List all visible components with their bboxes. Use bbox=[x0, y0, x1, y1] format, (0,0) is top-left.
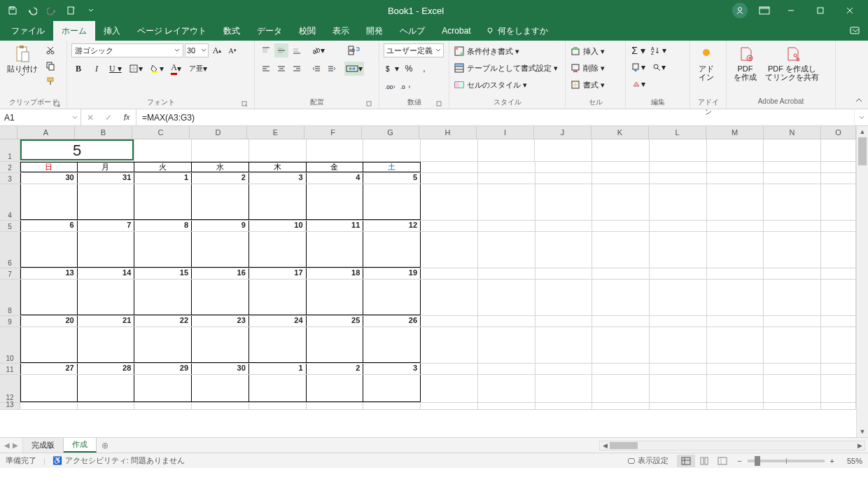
accessibility-icon[interactable]: ♿ bbox=[52, 456, 62, 465]
merge-center-icon[interactable]: ▾ bbox=[344, 62, 364, 76]
shrink-font-icon[interactable]: A▾ bbox=[225, 43, 239, 57]
account-avatar[interactable] bbox=[732, 3, 748, 18]
sheet-tab[interactable]: 作成 bbox=[64, 438, 97, 453]
cell[interactable]: 20 bbox=[20, 316, 78, 326]
cell[interactable] bbox=[536, 232, 593, 268]
hscroll-thumb[interactable] bbox=[610, 442, 638, 449]
formula-input[interactable]: =MAX(A3:G3) bbox=[136, 109, 854, 125]
cell[interactable] bbox=[821, 184, 856, 220]
cell[interactable] bbox=[650, 364, 707, 374]
cell[interactable] bbox=[307, 232, 364, 268]
col-header-E[interactable]: E bbox=[247, 126, 304, 139]
cell[interactable] bbox=[707, 232, 764, 268]
cell[interactable] bbox=[536, 364, 593, 374]
share-icon[interactable] bbox=[850, 21, 861, 41]
cell[interactable]: 27 bbox=[20, 364, 78, 374]
cell[interactable]: 月 bbox=[78, 162, 135, 172]
cell[interactable]: 15 bbox=[134, 268, 192, 279]
cell[interactable] bbox=[536, 173, 593, 184]
cell[interactable] bbox=[478, 232, 536, 268]
cell[interactable] bbox=[478, 364, 536, 374]
col-header-H[interactable]: H bbox=[419, 126, 477, 139]
collapse-ribbon-icon[interactable] bbox=[854, 95, 864, 107]
col-header-F[interactable]: F bbox=[304, 126, 362, 139]
cell[interactable]: 6 bbox=[20, 221, 78, 231]
cell[interactable] bbox=[650, 162, 707, 172]
indent-increase-icon[interactable] bbox=[325, 62, 339, 76]
cell[interactable] bbox=[20, 375, 78, 402]
col-header-J[interactable]: J bbox=[534, 126, 592, 139]
display-settings-icon[interactable]: 🖵 bbox=[627, 457, 635, 465]
align-center-icon[interactable] bbox=[274, 62, 288, 76]
cell[interactable] bbox=[478, 268, 536, 279]
cell[interactable] bbox=[249, 375, 307, 402]
cell[interactable] bbox=[478, 280, 536, 315]
cell[interactable] bbox=[363, 327, 421, 363]
cell[interactable]: 12 bbox=[363, 221, 421, 231]
cell[interactable] bbox=[650, 184, 707, 220]
cell[interactable] bbox=[707, 327, 764, 363]
cell[interactable] bbox=[764, 375, 821, 402]
col-header-L[interactable]: L bbox=[649, 126, 706, 139]
dialog-launcher-icon[interactable] bbox=[241, 101, 248, 108]
cell[interactable]: 23 bbox=[192, 316, 249, 326]
cell[interactable] bbox=[592, 268, 650, 279]
cell[interactable] bbox=[707, 364, 764, 374]
cell[interactable] bbox=[821, 268, 856, 279]
row-header[interactable]: 12 bbox=[0, 375, 20, 402]
zoom-level[interactable]: 55% bbox=[834, 457, 862, 465]
cell[interactable] bbox=[592, 364, 650, 374]
cell[interactable]: 2 bbox=[307, 364, 364, 374]
cell[interactable] bbox=[249, 232, 307, 268]
align-left-icon[interactable] bbox=[259, 62, 273, 76]
cell[interactable] bbox=[134, 280, 192, 315]
insert-cells-button[interactable]: 挿入 ▾ bbox=[570, 43, 605, 59]
col-header-C[interactable]: C bbox=[132, 126, 190, 139]
cell[interactable] bbox=[421, 232, 478, 268]
cell[interactable] bbox=[592, 139, 650, 161]
cancel-formula-icon[interactable]: ✕ bbox=[81, 113, 99, 123]
cell[interactable] bbox=[536, 316, 593, 326]
phonetic-icon[interactable]: ア亜▾ bbox=[188, 62, 209, 76]
cell[interactable] bbox=[421, 268, 478, 279]
zoom-slider[interactable] bbox=[748, 460, 825, 462]
cell[interactable] bbox=[421, 162, 478, 172]
cell[interactable] bbox=[536, 268, 593, 279]
cell[interactable] bbox=[535, 139, 592, 161]
row-header[interactable]: 4 bbox=[0, 184, 20, 220]
create-pdf-button[interactable]: PDF を作成 bbox=[731, 43, 760, 83]
cell[interactable] bbox=[592, 184, 650, 220]
italic-button[interactable]: I bbox=[90, 62, 104, 76]
cell[interactable] bbox=[421, 316, 478, 326]
align-middle-icon[interactable] bbox=[274, 43, 288, 57]
scroll-up-icon[interactable]: ▲ bbox=[857, 126, 868, 137]
tab-数式[interactable]: 数式 bbox=[215, 21, 248, 41]
delete-cells-button[interactable]: 削除 ▾ bbox=[570, 60, 605, 76]
cell[interactable]: 火 bbox=[134, 162, 192, 172]
dialog-launcher-icon[interactable] bbox=[366, 101, 373, 108]
cell[interactable] bbox=[78, 403, 135, 409]
cell[interactable] bbox=[536, 375, 593, 402]
cell[interactable] bbox=[478, 173, 536, 184]
cell[interactable] bbox=[650, 280, 707, 315]
cell[interactable] bbox=[20, 232, 78, 268]
name-box[interactable]: A1 bbox=[0, 109, 81, 125]
cell[interactable] bbox=[650, 268, 707, 279]
display-settings-label[interactable]: 表示設定 bbox=[638, 455, 668, 466]
cell[interactable] bbox=[536, 280, 593, 315]
cell[interactable] bbox=[192, 280, 249, 315]
cell[interactable] bbox=[134, 403, 192, 409]
row-header[interactable]: 6 bbox=[0, 232, 20, 268]
conditional-format-button[interactable]: 条件付き書式 ▾ bbox=[454, 43, 519, 59]
row-header[interactable]: 1 bbox=[0, 139, 20, 161]
cell[interactable] bbox=[478, 403, 536, 409]
expand-formula-bar-icon[interactable] bbox=[854, 109, 868, 125]
cell[interactable] bbox=[478, 184, 536, 220]
cell[interactable] bbox=[478, 327, 536, 363]
cell[interactable] bbox=[650, 327, 707, 363]
cut-icon[interactable] bbox=[43, 43, 57, 57]
cell[interactable] bbox=[650, 173, 707, 184]
format-cells-button[interactable]: 書式 ▾ bbox=[570, 77, 605, 92]
cell[interactable] bbox=[421, 173, 478, 184]
cell[interactable]: 木 bbox=[249, 162, 307, 172]
